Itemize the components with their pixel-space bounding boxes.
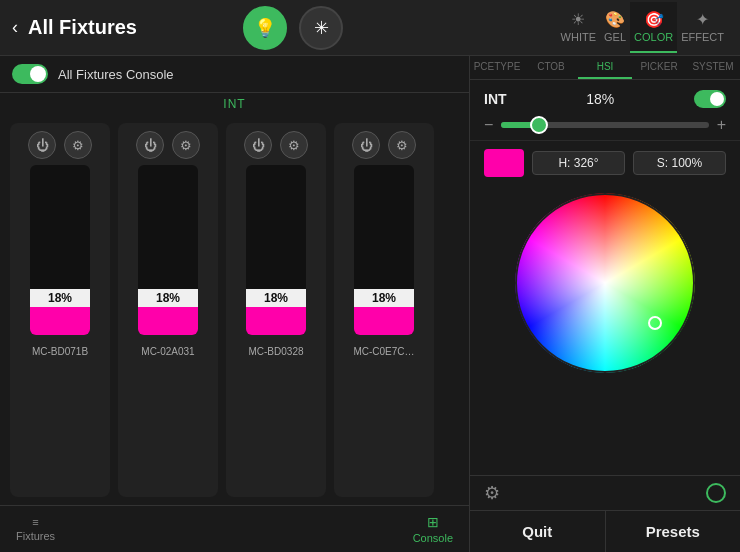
int-section: INT 18% − + [470, 80, 740, 141]
bulb-icon: 💡 [254, 17, 276, 39]
fixture-2-color [246, 307, 306, 335]
color-wheel-selector[interactable] [648, 316, 662, 330]
adjust-btn-3[interactable]: ⚙ [388, 131, 416, 159]
power-btn-1[interactable]: ⏻ [136, 131, 164, 159]
main-layout: All Fixtures Console INT ⏻ ⚙ 18% [0, 56, 740, 552]
color-hsi-row: H: 326° S: 100% [470, 141, 740, 185]
slider-minus-btn[interactable]: − [484, 116, 493, 134]
bottom-nav: ≡ Fixtures ⊞ Console [0, 505, 469, 552]
fixture-3-pct: 18% [354, 289, 414, 307]
right-panel: PCETYPE CTOB HSI PICKER SYSTEM INT 18% − [470, 56, 740, 552]
color-wheel-section [470, 185, 740, 381]
gear-icon: ✳ [314, 17, 329, 39]
subtab-picker[interactable]: PICKER [632, 56, 686, 79]
color-wheel[interactable] [515, 193, 695, 373]
subtab-pcetype[interactable]: PCETYPE [470, 56, 524, 79]
fixture-0-color [30, 307, 90, 335]
color-preview-swatch[interactable] [484, 149, 524, 177]
fixture-1-color [138, 307, 198, 335]
fixture-2-slider[interactable]: 18% [246, 165, 306, 335]
power-btn-3[interactable]: ⏻ [352, 131, 380, 159]
adjust-btn-0[interactable]: ⚙ [64, 131, 92, 159]
fixture-card-0[interactable]: ⏻ ⚙ 18% MC-BD071B [10, 123, 110, 497]
subtab-hsi[interactable]: HSI [578, 56, 632, 79]
fixture-0-controls: ⏻ ⚙ [28, 123, 92, 165]
fixture-3-name: MC-C0E7C… [353, 341, 414, 361]
fixture-0-pct: 18% [30, 289, 90, 307]
green-dot-indicator [706, 483, 726, 503]
fixture-0-slider[interactable]: 18% [30, 165, 90, 335]
header-controls: 💡 ✳ [243, 6, 343, 50]
slider-row: − + [484, 116, 726, 134]
adjust-btn-2[interactable]: ⚙ [280, 131, 308, 159]
subtab-ctob[interactable]: CTOB [524, 56, 578, 79]
saturation-field[interactable]: S: 100% [633, 151, 726, 175]
fixture-0-name: MC-BD071B [32, 341, 88, 361]
slider-thumb[interactable] [530, 116, 548, 134]
fixture-grid: ⏻ ⚙ 18% MC-BD071B ⏻ ⚙ [0, 115, 469, 505]
fixture-3-color [354, 307, 414, 335]
fixtures-icon: ≡ [32, 516, 38, 528]
fixture-2-name: MC-BD0328 [248, 341, 303, 361]
tab-white[interactable]: ☀ WHITE [557, 2, 600, 53]
fixture-1-name: MC-02A031 [141, 341, 194, 361]
bulb-icon-button[interactable]: 💡 [243, 6, 287, 50]
int-toggle[interactable] [694, 90, 726, 108]
white-icon: ☀ [571, 10, 585, 29]
main-tab-bar: ☀ WHITE 🎨 GEL 🎯 COLOR ✦ EFFECT [557, 2, 728, 53]
gear-icon-button[interactable]: ✳ [299, 6, 343, 50]
back-button[interactable]: ‹ [12, 17, 18, 38]
tab-effect[interactable]: ✦ EFFECT [677, 2, 728, 53]
left-panel: All Fixtures Console INT ⏻ ⚙ 18% [0, 56, 470, 552]
fixture-1-pct: 18% [138, 289, 198, 307]
color-icon: 🎯 [644, 10, 664, 29]
page-title: All Fixtures [28, 16, 137, 39]
fixture-card-3[interactable]: ⏻ ⚙ 18% MC-C0E7C… [334, 123, 434, 497]
fixture-2-controls: ⏻ ⚙ [244, 123, 308, 165]
int-section-title: INT [484, 91, 507, 107]
quit-button[interactable]: Quit [470, 511, 606, 552]
fixture-1-controls: ⏻ ⚙ [136, 123, 200, 165]
fixture-card-1[interactable]: ⏻ ⚙ 18% MC-02A031 [118, 123, 218, 497]
tab-gel[interactable]: 🎨 GEL [600, 2, 630, 53]
console-icon: ⊞ [427, 514, 439, 530]
hue-field[interactable]: H: 326° [532, 151, 625, 175]
fixture-card-2[interactable]: ⏻ ⚙ 18% MC-BD0328 [226, 123, 326, 497]
right-action-bar: ⚙ [470, 475, 740, 510]
effect-icon: ✦ [696, 10, 709, 29]
fixture-3-controls: ⏻ ⚙ [352, 123, 416, 165]
tab-color[interactable]: 🎯 COLOR [630, 2, 677, 53]
presets-button[interactable]: Presets [606, 511, 741, 552]
fixture-2-pct: 18% [246, 289, 306, 307]
console-label: All Fixtures Console [58, 67, 174, 82]
color-wheel-svg [515, 193, 695, 373]
subtab-bar: PCETYPE CTOB HSI PICKER SYSTEM [470, 56, 740, 80]
subtab-system[interactable]: SYSTEM [686, 56, 740, 79]
nav-console[interactable]: ⊞ Console [413, 514, 453, 544]
power-btn-2[interactable]: ⏻ [244, 131, 272, 159]
header: ‹ All Fixtures 💡 ✳ ☀ WHITE 🎨 GEL 🎯 COLOR [0, 0, 740, 56]
console-toggle[interactable] [12, 64, 48, 84]
nav-fixtures[interactable]: ≡ Fixtures [16, 516, 55, 542]
fixture-1-slider[interactable]: 18% [138, 165, 198, 335]
console-bar: All Fixtures Console [0, 56, 469, 93]
settings-icon[interactable]: ⚙ [484, 482, 500, 504]
int-label: INT [0, 93, 469, 115]
slider-plus-btn[interactable]: + [717, 116, 726, 134]
adjust-btn-1[interactable]: ⚙ [172, 131, 200, 159]
gel-icon: 🎨 [605, 10, 625, 29]
quit-presets-bar: Quit Presets [470, 510, 740, 552]
slider-track[interactable] [501, 122, 708, 128]
fixture-3-slider[interactable]: 18% [354, 165, 414, 335]
int-section-value: 18% [586, 91, 614, 107]
int-row: INT 18% [484, 90, 726, 108]
power-btn-0[interactable]: ⏻ [28, 131, 56, 159]
